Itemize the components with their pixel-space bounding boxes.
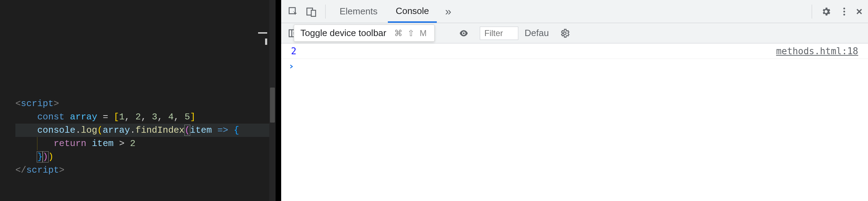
code-token: array [70, 112, 97, 122]
code-line[interactable]: const array = [1, 2, 3, 4, 5] [15, 110, 276, 124]
code-token [212, 125, 218, 136]
code-token: 3 [152, 112, 157, 122]
scrollbar-thumb[interactable] [270, 88, 275, 123]
code-token [86, 138, 92, 149]
code-token: 4 [168, 112, 174, 122]
code-token: return [54, 138, 86, 149]
code-token: . [76, 125, 81, 136]
svg-point-3 [844, 7, 845, 9]
code-token: , [174, 112, 185, 122]
code-line[interactable]: })) [15, 150, 276, 164]
code-token: array [103, 125, 130, 136]
code-editor[interactable]: <script> const array = [1, 2, 3, 4, 5] c… [0, 0, 276, 201]
code-token: => [217, 125, 228, 136]
settings-small-icon[interactable] [557, 26, 572, 41]
code-token: = [103, 112, 108, 122]
code-token: 5 [185, 112, 190, 122]
live-expression-icon[interactable] [456, 26, 471, 41]
code-token [108, 112, 114, 122]
code-token: > [54, 98, 59, 109]
code-token: log [81, 125, 97, 136]
code-token: , [157, 112, 168, 122]
svg-rect-2 [311, 10, 316, 16]
filter-input[interactable] [480, 27, 518, 40]
code-token: [ [114, 112, 119, 122]
console-toolbar: Toggle device toolbar ⌘ ⇧ M Defau [281, 23, 868, 43]
code-token: ] [190, 112, 195, 122]
code-token: ) [42, 151, 49, 162]
code-token [15, 112, 37, 122]
console-prompt[interactable] [281, 59, 868, 74]
code-token: { [234, 125, 239, 136]
tooltip-label: Toggle device toolbar [300, 28, 386, 39]
code-token: console [37, 125, 75, 136]
code-token: > [119, 138, 125, 149]
code-token: > [59, 165, 65, 175]
svg-point-4 [844, 11, 845, 12]
tabs-overflow-icon[interactable]: » [440, 5, 457, 18]
kebab-menu-icon[interactable] [837, 4, 852, 19]
code-token: script [21, 98, 54, 109]
device-toolbar-icon[interactable] [304, 4, 319, 19]
tab-console[interactable]: Console [388, 1, 436, 23]
tab-elements[interactable]: Elements [332, 1, 385, 22]
code-line[interactable]: </script> [15, 164, 276, 177]
code-token [15, 152, 37, 162]
log-value: 2 [291, 46, 297, 56]
minimap-mark [265, 39, 267, 45]
tooltip-shortcut: ⌘ ⇧ M [394, 28, 428, 38]
code-token: 2 [135, 112, 141, 122]
code-token [124, 138, 130, 149]
console-output[interactable]: 2 methods.html:18 [281, 43, 868, 201]
tooltip: Toggle device toolbar ⌘ ⇧ M [294, 25, 435, 42]
code-token: script [26, 165, 59, 175]
log-source-link[interactable]: methods.html:18 [776, 46, 858, 56]
code-token [114, 138, 119, 149]
svg-point-9 [564, 32, 567, 35]
inspect-element-icon[interactable] [285, 4, 301, 19]
svg-point-8 [463, 32, 465, 34]
devtools-panel: Elements Console » Tog [281, 0, 868, 201]
code-token: ( [184, 125, 191, 136]
code-token: 2 [130, 138, 136, 149]
console-log-row[interactable]: 2 methods.html:18 [281, 43, 868, 59]
code-token [97, 112, 103, 122]
log-level-label[interactable]: Defau [522, 28, 549, 39]
close-icon[interactable] [855, 4, 864, 19]
minimap-mark [258, 32, 267, 34]
code-token: , [141, 112, 152, 122]
code-token [64, 112, 70, 122]
code-token [37, 138, 54, 149]
code-token [15, 125, 37, 136]
separator [812, 5, 812, 19]
editor-scrollbar[interactable] [269, 0, 276, 201]
code-line[interactable]: console.log(array.findIndex(item => { [15, 124, 276, 137]
separator [325, 5, 326, 19]
code-line[interactable]: return item > 2 [15, 137, 276, 150]
code-token: ( [97, 125, 103, 136]
code-token: const [37, 112, 64, 122]
code-line[interactable]: <script> [15, 97, 276, 110]
settings-icon[interactable] [818, 4, 834, 19]
code-token: item [190, 125, 212, 136]
svg-point-5 [844, 14, 845, 15]
code-token: </ [15, 165, 26, 175]
code-token: , [124, 112, 135, 122]
code-token [15, 138, 37, 149]
code-token: < [15, 98, 21, 109]
devtools-tabbar: Elements Console » [281, 0, 868, 23]
code-token: . [130, 125, 136, 136]
code-token [228, 125, 234, 136]
code-token: 1 [119, 112, 125, 122]
code-token: item [92, 138, 113, 149]
code-token: findIndex [135, 125, 184, 136]
code-token: ) [48, 152, 54, 162]
